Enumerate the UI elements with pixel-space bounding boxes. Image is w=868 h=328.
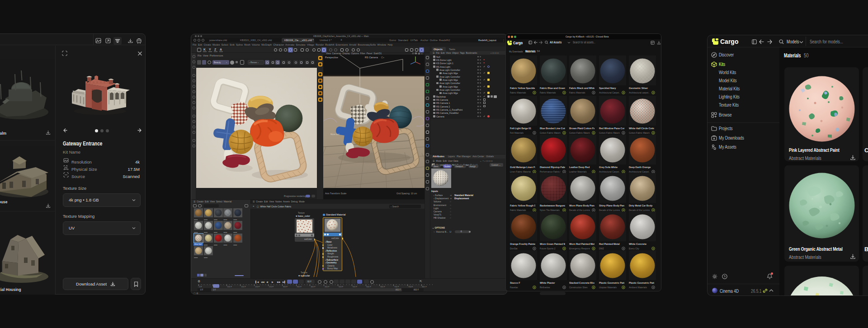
svg-text:Move tool: Move tool <box>330 133 340 136</box>
svg-text:C+: C+ <box>381 56 384 59</box>
svg-text:Grid Spacing: 10 cm: Grid Spacing: 10 cm <box>396 192 417 195</box>
svg-text:Axis Transform Scale: Axis Transform Scale <box>325 192 346 195</box>
svg-text:Perspective: Perspective <box>325 56 338 59</box>
svg-text:RS Camera: RS Camera <box>365 56 378 59</box>
